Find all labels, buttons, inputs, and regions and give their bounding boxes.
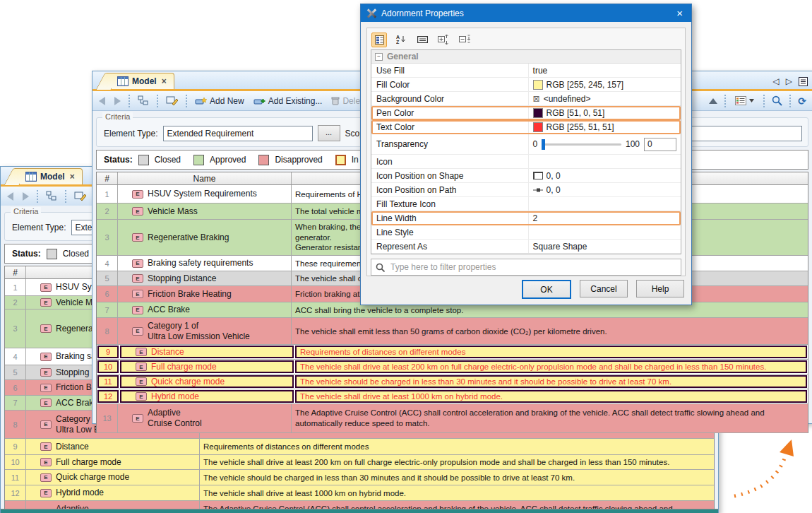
forward-button[interactable] [20,191,31,201]
collapse-section-icon[interactable]: − [375,53,383,61]
dialog-close-icon[interactable]: × [674,7,686,19]
requirement-name-cell[interactable]: EBraking safety requirements [118,256,292,271]
back-button[interactable] [97,96,107,106]
columns-button[interactable] [733,95,756,106]
add-new-button[interactable]: Add New [193,95,246,107]
property-row-use-fill[interactable]: Use Filltrue [371,64,681,78]
element-type-browse-button[interactable]: ... [318,125,340,141]
property-value[interactable]: 01000 [528,134,681,154]
property-row-icon-position-on-shape[interactable]: Icon Position on Shape0, 0 [371,169,681,183]
requirement-name-cell[interactable]: EVehicle Mass [118,204,292,219]
property-row-represent-as[interactable]: Represent AsSquare Shape [371,240,681,254]
search-icon[interactable] [772,95,782,106]
requirement-name-cell[interactable]: EDistance [120,346,294,358]
table-row[interactable]: 9EDistanceRequirements of distances on d… [97,345,808,360]
tab-list-icon[interactable] [799,77,808,86]
description-area-button[interactable] [415,33,429,47]
add-existing-button[interactable]: Add Existing... [251,95,325,107]
tab-model[interactable]: Model × [111,73,174,89]
table-row[interactable]: 8ECategory 1 ofUltra Low Emission Vehicl… [97,318,808,345]
back-button[interactable] [5,191,16,201]
section-general[interactable]: −General [371,50,681,64]
requirement-text-cell[interactable]: The vehicle should be charged in less th… [200,470,714,485]
scroll-tabs-right-icon[interactable]: ▷ [786,76,792,86]
requirement-name-cell[interactable]: ECategory 1 ofUltra Low Emission Vehicle [118,318,292,344]
table-row[interactable]: 12EHybrid modeThe vehicle shall drive at… [97,389,808,404]
property-row-fill-texture-icon[interactable]: Fill Texture Icon [371,197,681,211]
property-value[interactable]: RGB [255, 51, 51] [528,120,681,134]
table-row[interactable]: 11EQuick charge modeThe vehicle should b… [97,375,808,389]
show-in-tree-button[interactable] [44,190,59,202]
requirement-text-cell[interactable]: The vehicle shall drive at least 200 km … [200,455,714,469]
property-value[interactable]: true [528,64,681,77]
requirement-name-cell[interactable]: ERegenerative Braking [118,220,292,255]
requirement-text-cell[interactable]: The vehicle shall drive at least 1000 km… [295,390,807,403]
requirement-text-cell[interactable]: The vehicle shall emit less than 50 gram… [292,318,808,344]
requirement-name-cell[interactable]: EFriction Brake Heating [118,286,292,302]
property-row-line-width[interactable]: Line Width2 [371,211,681,225]
column-header-number[interactable]: # [97,172,118,184]
property-row-text-color[interactable]: Text ColorRGB [255, 51, 51] [371,120,681,134]
requirement-name-cell[interactable]: EStopping Distance [118,271,292,285]
requirement-name-cell[interactable]: EQuick charge mode [26,470,200,485]
edit-criteria-button[interactable] [72,190,88,202]
property-row-icon[interactable]: Icon [371,155,681,169]
expand-all-button[interactable] [436,33,450,47]
property-row-fill-color[interactable]: Fill ColorRGB [255, 245, 157] [371,78,681,92]
refresh-icon[interactable]: ⟳ [798,95,806,107]
property-value[interactable]: 0, 0 [528,169,681,182]
property-value[interactable]: Square Shape [528,240,681,253]
requirement-text-cell[interactable]: The vehicle shall drive at least 1000 km… [200,485,714,500]
collapse-all-button[interactable] [458,33,472,47]
property-row-line-style[interactable]: Line Style [371,225,681,240]
requirement-name-cell[interactable]: EHybrid mode [120,390,294,403]
property-value[interactable]: RGB [255, 245, 157] [528,78,681,91]
table-row[interactable]: 11EQuick charge modeThe vehicle should b… [5,470,714,485]
scroll-tabs-left-icon[interactable]: ◁ [773,76,780,86]
forward-button[interactable] [112,96,123,106]
help-button[interactable]: Help [636,280,684,297]
requirement-text-cell[interactable]: The vehicle shall drive at least 200 km … [295,360,807,373]
tab-model[interactable]: Model × [19,168,83,184]
property-row-background-color[interactable]: Background Color⊠<undefined> [371,92,681,106]
requirement-name-cell[interactable]: EHybrid mode [26,485,200,500]
requirement-text-cell[interactable]: The vehicle should be charged in less th… [295,375,807,388]
property-value[interactable]: ⊠<undefined> [528,92,681,105]
slider-handle[interactable] [542,139,545,150]
table-row[interactable]: 10EFull charge modeThe vehicle shall dri… [5,455,714,470]
property-row-pen-color[interactable]: Pen ColorRGB [51, 0, 51] [371,106,681,120]
property-row-transparency[interactable]: Transparency01000 [371,134,681,155]
column-header-name[interactable]: Name [118,172,292,184]
categorized-view-button[interactable] [371,33,387,47]
filter-properties-input[interactable] [389,261,676,273]
property-value[interactable] [528,197,681,211]
table-row[interactable]: 13EAdaptiveCruise ControlThe Adaptive Cr… [97,404,808,433]
requirement-name-cell[interactable]: EDistance [26,439,200,454]
requirement-name-cell[interactable]: EQuick charge mode [120,375,294,388]
show-in-tree-button[interactable] [136,95,151,107]
dialog-title-bar[interactable]: Adornment Properties × [361,4,691,22]
tab-close-icon[interactable]: × [70,172,75,182]
collapse-criteria-icon[interactable] [709,98,717,104]
table-row[interactable]: 9EDistanceRequirements of distances on d… [5,439,714,455]
ok-button[interactable]: OK [522,280,571,299]
property-value[interactable]: 0, 0 [528,183,681,196]
property-value[interactable]: RGB [51, 0, 51] [528,106,681,119]
requirement-text-cell[interactable]: Requirements of distances on different m… [295,346,807,358]
element-type-input[interactable] [163,126,313,141]
requirement-name-cell[interactable]: EFull charge mode [120,360,294,373]
tab-close-icon[interactable]: × [162,76,167,86]
table-row[interactable]: 12EHybrid modeThe vehicle shall drive at… [5,485,714,501]
property-row-icon-position-on-path[interactable]: Icon Position on Path0, 0 [371,183,681,197]
property-value[interactable] [528,225,681,239]
sort-alphabetically-button[interactable]: AZ [394,33,408,47]
requirement-text-cell[interactable]: Requirements of distances on different m… [200,439,714,454]
requirement-name-cell[interactable]: EAdaptiveCruise Control [118,404,292,432]
transparency-slider[interactable] [542,143,621,146]
transparency-value-input[interactable]: 0 [644,138,676,151]
requirement-name-cell[interactable]: EACC Brake [118,302,292,317]
property-value[interactable] [528,155,681,168]
property-value[interactable]: 2 [528,211,681,225]
cancel-button[interactable]: Cancel [580,280,628,297]
table-row[interactable]: 10EFull charge modeThe vehicle shall dri… [97,360,808,375]
